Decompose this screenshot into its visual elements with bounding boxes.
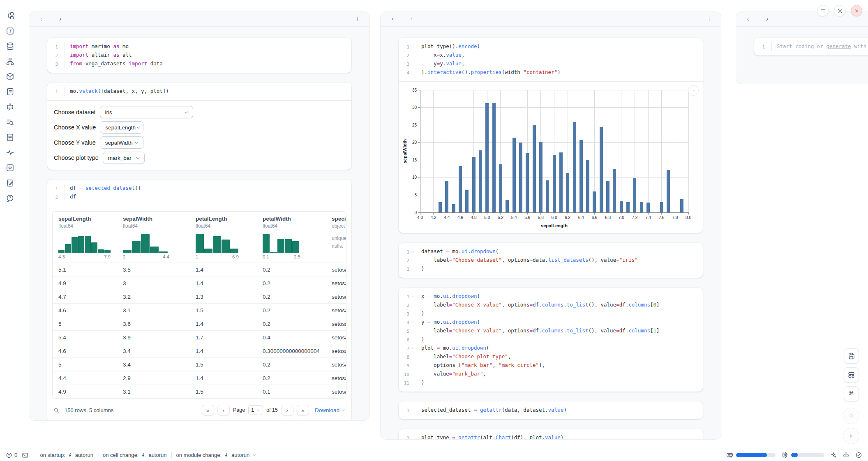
table-row[interactable]: 53.41.50.2setosa <box>53 357 346 371</box>
sidebar-document-button[interactable] <box>5 132 15 142</box>
table-column-header-sepalWidth[interactable]: sepalWidthfloat6424.4 <box>117 216 190 259</box>
fold-gutter <box>409 265 416 273</box>
fold-gutter[interactable] <box>409 318 416 327</box>
table-cell: 1.5 <box>190 307 257 313</box>
line-number: 9 <box>399 361 409 370</box>
fold-gutter[interactable] <box>409 344 416 353</box>
ai-assistant-button[interactable] <box>830 452 837 459</box>
chart-menu-button[interactable] <box>688 85 699 96</box>
table-column-header-sepalLength[interactable]: sepalLengthfloat644.37.9 <box>53 216 117 259</box>
choose-dataset-select[interactable]: iris <box>100 106 193 118</box>
line-number: 3 <box>399 265 409 273</box>
prev-page-button[interactable]: ‹ <box>217 405 230 415</box>
code-editor[interactable]: 1selected_dataset = getattr(data, datase… <box>399 401 703 419</box>
errors-button[interactable]: 0 <box>6 452 17 459</box>
code-token: ) <box>421 265 425 272</box>
table-row[interactable]: 4.931.40.2setosa <box>53 276 346 290</box>
table-row[interactable]: 4.42.91.40.2setosa <box>53 371 346 385</box>
table-row[interactable]: 5.43.91.70.4setosa <box>53 330 346 344</box>
sidebar-dependency-graph-button[interactable] <box>5 56 15 66</box>
table-column-header-petalLength[interactable]: petalLengthfloat6416.9 <box>190 216 257 259</box>
column-scroll-right-button[interactable] <box>56 16 64 23</box>
add-cell-button[interactable] <box>354 16 361 23</box>
copilot-button[interactable] <box>843 452 850 459</box>
sidebar-chatbot-button[interactable] <box>5 102 15 112</box>
table-row[interactable]: 4.93.11.50.1setosa <box>53 385 346 398</box>
code-editor[interactable]: 1dataset = mo.ui.dropdown(2 label="Choos… <box>399 243 703 278</box>
table-column-header-petalWidth[interactable]: petalWidthfloat640.12.5 <box>257 216 326 259</box>
sidebar-file-tree-button[interactable] <box>5 11 15 21</box>
command-palette-button[interactable]: ⌘ <box>844 386 859 401</box>
table-row[interactable]: 53.61.40.2setosa <box>53 317 346 330</box>
bolt-icon <box>68 453 73 458</box>
code-token: label <box>421 353 449 360</box>
table-row[interactable]: 4.63.41.40.30000000000000004setosa <box>53 344 346 357</box>
code-editor[interactable]: 1import marimo as mo2import altair as al… <box>47 38 351 73</box>
runtime-config-0[interactable]: on startup:autorun <box>40 452 93 458</box>
fold-gutter[interactable] <box>409 292 416 301</box>
chevron-down-icon <box>135 155 141 161</box>
chart-output[interactable]: 4.04.24.44.64.85.05.25.45.65.86.06.26.46… <box>399 82 703 233</box>
fold-gutter <box>58 193 65 201</box>
sidebar-function-button[interactable]: f <box>5 26 15 36</box>
floating-actions: ⌘ <box>843 348 859 444</box>
choose-x-value-select[interactable]: sepalLength <box>100 121 143 134</box>
sidebar-tracing-button[interactable] <box>5 148 15 157</box>
code-token: ) <box>421 336 425 342</box>
fold-gutter <box>409 335 416 344</box>
stop-button[interactable] <box>843 408 859 424</box>
sidebar-script-button[interactable] <box>5 87 15 97</box>
settings-button[interactable] <box>834 5 845 16</box>
sidebar-help-button[interactable]: ? <box>5 193 15 203</box>
status-bar: 0on startup:autorunon cell change:autoru… <box>0 449 868 461</box>
code-editor[interactable]: 1df = selected_dataset()2df <box>47 180 351 206</box>
table-cell: 4.9 <box>53 280 117 286</box>
layout-toggle-button[interactable] <box>844 367 859 383</box>
add-cell-button[interactable] <box>705 16 713 23</box>
sparkles-icon <box>830 452 837 459</box>
download-button[interactable]: Download <box>315 407 346 413</box>
sidebar-scratchpad-button[interactable] <box>5 178 15 188</box>
code-editor[interactable]: 1x = mo.ui.dropdown(2 label="Choose X va… <box>399 288 703 392</box>
column-scroll-left-button[interactable] <box>744 16 752 23</box>
sidebar-search-logs-button[interactable] <box>5 117 15 127</box>
choose-y-value-select[interactable]: sepalWidth <box>100 136 143 149</box>
table-row[interactable]: 4.63.11.50.2setosa <box>53 303 346 317</box>
code-editor[interactable]: 1mo.vstack([dataset, x, y, plot]) <box>47 83 351 100</box>
column-scroll-left-button[interactable] <box>389 16 396 23</box>
run-all-button[interactable] <box>843 428 859 444</box>
table-row[interactable]: 4.73.21.30.2setosa <box>53 290 346 303</box>
terminal-button[interactable] <box>22 452 28 459</box>
first-page-button[interactable]: « <box>202 405 214 415</box>
sidebar-database-button[interactable] <box>5 41 15 51</box>
code-token: interactive <box>427 69 462 75</box>
column-scroll-right-button[interactable] <box>763 16 771 23</box>
fold-gutter[interactable] <box>409 42 416 51</box>
generate-link[interactable]: generate <box>826 43 851 49</box>
new-cell-editor[interactable]: 1Start coding or generate with AI <box>754 38 868 55</box>
fold-gutter <box>409 51 416 60</box>
sidebar-package-button[interactable] <box>5 71 15 81</box>
table-cell: 4.6 <box>53 307 117 313</box>
shutdown-button[interactable] <box>851 5 862 16</box>
table-row[interactable]: 5.13.51.40.2setosa <box>53 263 346 276</box>
code-editor[interactable]: 1plot_type().encode(2 x=x.value,3 y=y.va… <box>399 38 703 81</box>
line-number: 2 <box>47 51 58 60</box>
runtime-config-2[interactable]: on module change:autorun <box>176 452 257 458</box>
choose-plot-type-select[interactable]: mark_bar <box>103 152 145 164</box>
column-scroll-left-button[interactable] <box>37 16 45 23</box>
fold-gutter[interactable] <box>409 247 416 256</box>
column-scroll-right-button[interactable] <box>408 16 415 23</box>
line-number: 1 <box>399 247 409 256</box>
page-select[interactable]: 1 <box>248 405 263 415</box>
connection-status-button[interactable] <box>855 452 862 459</box>
next-page-button[interactable]: › <box>281 405 293 415</box>
sidebar-snippets-button[interactable] <box>5 163 15 173</box>
code-editor[interactable]: 1plot_type = getattr(alt.Chart(df), plot… <box>399 429 703 440</box>
save-button[interactable] <box>844 348 859 364</box>
menu-button[interactable] <box>817 5 829 16</box>
code-token: = <box>446 248 449 254</box>
runtime-config-1[interactable]: on cell change:autorun <box>103 452 167 458</box>
last-page-button[interactable]: » <box>297 405 309 415</box>
table-column-header-species[interactable]: speciesobjectunique:nulls: <box>326 216 346 259</box>
